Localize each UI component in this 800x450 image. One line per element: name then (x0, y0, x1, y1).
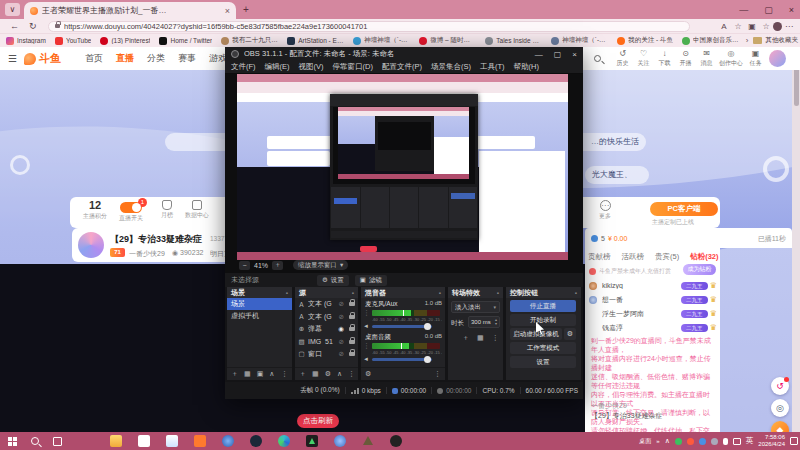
source-item[interactable]: A文本 (G⊘ (295, 298, 358, 311)
nav-home[interactable]: 首页 (85, 52, 103, 65)
menu-profile[interactable]: 配置文件(P) (382, 62, 422, 72)
other-favorites-label[interactable]: 其他收藏夹 (766, 36, 799, 45)
taskbar-search-icon[interactable] (31, 437, 39, 445)
favorite-star-icon[interactable]: ☆ (731, 22, 745, 31)
nav-live[interactable]: 直播 (116, 52, 134, 65)
tray-blue-icon[interactable] (699, 438, 706, 445)
mixer-dock-header[interactable]: 混音器▪ (361, 287, 445, 298)
lock-icon[interactable] (349, 315, 355, 319)
lock-icon[interactable] (349, 327, 355, 331)
favorites-bar-icon[interactable]: ☆ (759, 22, 773, 31)
add-scene-icon[interactable]: ＋ (231, 369, 238, 379)
sources-dock-header[interactable]: 源▪ (295, 287, 358, 298)
lock-icon[interactable] (349, 352, 355, 356)
move-up-icon[interactable]: ∧ (269, 370, 274, 378)
action-history[interactable]: ↺历史 (612, 50, 633, 68)
bookmark[interactable]: 我有二十九只猫直… (221, 36, 278, 45)
fit-window-dropdown[interactable]: 缩放显示窗口▾ (293, 260, 348, 270)
more-tools[interactable]: ⋯ 更多 (588, 200, 622, 221)
green-triangle-app-icon[interactable] (306, 435, 318, 447)
address-bar[interactable]: https://www.douyu.com/40424027?dyshid=16… (48, 21, 690, 32)
edge-icon[interactable] (278, 435, 290, 447)
eye-off-icon[interactable]: ⊘ (339, 300, 344, 308)
collections-icon[interactable]: ▣ (745, 22, 759, 31)
player-refresh-button[interactable]: 点击刷新 (297, 414, 339, 428)
minimize-icon[interactable]: — (535, 50, 543, 59)
tab-close-icon[interactable]: × (225, 6, 230, 16)
source-item[interactable]: ▨IMG_51⊘ (295, 336, 358, 349)
zoom-out-button[interactable]: − (239, 261, 250, 270)
bookmark[interactable]: 微博 – 随时随地发… (419, 36, 476, 45)
browser-menu-icon[interactable]: ⋯ (782, 22, 796, 31)
file-explorer-icon[interactable] (110, 435, 122, 447)
remove-transition-icon[interactable]: ▦ (477, 334, 484, 342)
tab-diamond-fans[interactable]: 钻粉(32) (690, 252, 718, 262)
bookmark[interactable]: ArtStation - Explore (287, 37, 344, 45)
menu-help[interactable]: 帮助(H) (514, 62, 539, 72)
streamer-avatar[interactable] (78, 232, 104, 258)
action-creator-center[interactable]: ◎创作中心 (717, 50, 745, 68)
stop-streaming-button[interactable]: 停止直播 (510, 300, 576, 312)
gift-float-button[interactable]: ◆ (771, 421, 789, 432)
mail-icon[interactable] (166, 435, 178, 447)
task-view-icon[interactable] (53, 437, 62, 446)
taskbar-clock[interactable]: 7:58:062026/4/24 (758, 434, 785, 448)
maximize-icon[interactable]: ▢ (764, 5, 773, 15)
slider-knob[interactable] (424, 323, 431, 330)
month-rank[interactable]: 月榜 (150, 200, 184, 220)
read-aloud-icon[interactable]: A (717, 22, 731, 31)
eye-icon[interactable]: ◉ (338, 325, 344, 333)
source-settings-icon[interactable]: ⚙ (325, 370, 331, 378)
volume-slider[interactable] (372, 358, 432, 361)
bookmark[interactable]: 神壇神壇（´-｀）つ… (353, 36, 410, 45)
menu-file[interactable]: 文件(F) (231, 62, 256, 72)
menu-docks[interactable]: 停靠窗口(D) (333, 62, 373, 72)
start-recording-button[interactable]: 开始录制 (510, 314, 576, 326)
close-icon[interactable]: × (572, 50, 577, 59)
action-tasks[interactable]: ▣任务 (745, 50, 766, 68)
blue-app-icon[interactable] (334, 435, 346, 447)
user-avatar[interactable] (769, 50, 786, 67)
tab-active[interactable]: 活跃榜 (622, 252, 645, 262)
action-download[interactable]: ↓下载 (654, 50, 675, 68)
keyboard-tray-icon[interactable] (733, 438, 741, 445)
fan-row[interactable]: 想一番 二九王 ♛ (589, 293, 717, 306)
eye-off-icon[interactable]: ⊘ (339, 338, 344, 346)
record-float-button[interactable]: ◎ (771, 399, 789, 417)
tab-contribution[interactable]: 贡献榜 (588, 252, 611, 262)
transition-select[interactable]: 淡入淡出▾ (451, 301, 500, 313)
bookmark[interactable]: Instagram (6, 37, 46, 45)
move-up-icon[interactable]: ∧ (337, 370, 342, 378)
pyramid-app-icon[interactable] (362, 435, 374, 447)
browser-profile-avatar[interactable] (773, 22, 782, 31)
source-item[interactable]: A文本 (G⊘ (295, 311, 358, 324)
orange-app-icon[interactable] (194, 435, 206, 447)
volume-slider[interactable] (372, 325, 432, 328)
show-hidden-icons[interactable]: ∧ (665, 437, 670, 445)
close-icon[interactable]: × (789, 5, 794, 15)
scene-item[interactable]: 虚拟手机 (227, 310, 292, 322)
duration-spinbox[interactable]: 300 ms▴▾ (468, 316, 500, 328)
pc-client-button[interactable]: PC客户端 (650, 202, 718, 216)
studio-mode-button[interactable]: 工作室模式 (510, 342, 576, 354)
menu-tools[interactable]: 工具(T) (480, 62, 505, 72)
input-language[interactable]: 英 (746, 436, 754, 446)
scene-item-selected[interactable]: 场景 (227, 298, 292, 310)
zoom-in-button[interactable]: ＋ (272, 261, 283, 270)
minimize-icon[interactable]: — (739, 5, 748, 15)
transitions-dock-header[interactable]: 转场特效▪ (448, 287, 503, 298)
maximize-icon[interactable]: ▢ (554, 50, 562, 59)
source-filters-button[interactable]: ▣滤镜 (355, 275, 387, 286)
nav-category[interactable]: 分类 (147, 52, 165, 65)
steam-icon[interactable] (250, 435, 262, 447)
scenes-dock-header[interactable]: 场景▪ (227, 287, 292, 298)
lock-icon[interactable] (349, 340, 355, 344)
add-transition-icon[interactable]: ＋ (462, 333, 469, 343)
obs-preview[interactable]: − 41% ＋ 缩放显示窗口▾ (225, 74, 583, 273)
fan-row[interactable]: 浮生一梦阿南 二九王 ♛ (589, 307, 717, 320)
bookmark[interactable]: 我的关注 - 斗鱼 (617, 36, 673, 45)
source-properties-button[interactable]: ⚙设置 (317, 275, 349, 286)
lock-icon[interactable] (349, 302, 355, 306)
fan-row[interactable]: 钱嘉淳 二九王 ♛ (589, 321, 717, 334)
tab-vip[interactable]: 贵宾(5) (655, 252, 679, 262)
